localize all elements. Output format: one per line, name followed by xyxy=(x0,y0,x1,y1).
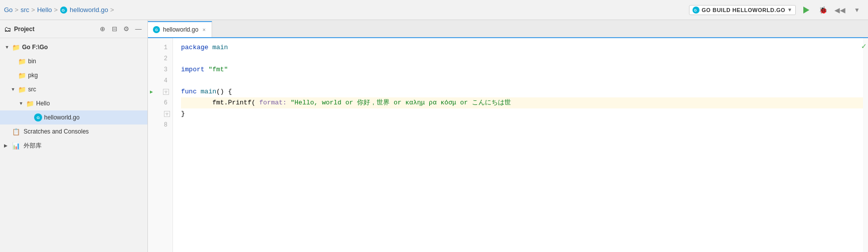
sidebar-folder-icon: 🗂 xyxy=(4,25,11,33)
code-line-6: fmt.Printf( format: "Hello, world or 你好，… xyxy=(181,97,863,108)
breadcrumb-sep4: > xyxy=(110,6,114,14)
pkg-label: pkg xyxy=(28,72,38,79)
editor-area: G helloworld.go × 1 2 3 4 5 ▽ 6 7 ▽ xyxy=(148,20,868,252)
line-num-1: 1 xyxy=(148,42,172,53)
sidebar-title: Project xyxy=(14,26,94,33)
more-button[interactable]: ▼ xyxy=(850,3,864,17)
line-numbers: 1 2 3 4 5 ▽ 6 7 ▽ 8 xyxy=(148,38,173,252)
scratches-label: Scratches and Consoles xyxy=(24,128,89,135)
sidebar-item-helloworld[interactable]: G helloworld.go xyxy=(0,110,147,124)
bin-label: bin xyxy=(28,58,36,65)
code-line-5: func main() { xyxy=(181,86,863,97)
breadcrumb-sep2: > xyxy=(31,6,35,14)
code-content[interactable]: package main import "fmt" func main() { … xyxy=(173,38,863,252)
breadcrumb-file-go-icon: G xyxy=(60,6,68,14)
src-label: src xyxy=(28,86,36,93)
line-num-3: 3 xyxy=(148,64,172,75)
fold-marker-7[interactable]: ▽ xyxy=(164,111,170,117)
sidebar-settings-icon[interactable]: ⚙ xyxy=(121,24,131,34)
external-libs-arrow: ▶ xyxy=(4,143,10,148)
debug-icon: 🐞 xyxy=(819,6,827,14)
go-root-folder-icon: 📁 xyxy=(12,44,20,51)
helloworld-label: helloworld.go xyxy=(44,114,80,121)
right-gutter: ✓ xyxy=(863,38,868,252)
line-num-7: 7 ▽ xyxy=(148,108,172,119)
profile-icon: ◀◀ xyxy=(834,6,845,14)
toolbar-right: G GO BUILD HELLOWORLD.GO ▼ 🐞 ◀◀ ▼ xyxy=(689,3,864,17)
breadcrumb-file[interactable]: helloworld.go xyxy=(70,6,108,14)
sidebar-item-pkg[interactable]: 📁 pkg xyxy=(0,68,147,82)
func-main: main xyxy=(201,86,216,97)
run-button[interactable] xyxy=(799,3,813,17)
breadcrumb-go[interactable]: Go xyxy=(4,6,13,14)
tab-label: helloworld.go xyxy=(163,26,199,33)
top-bar: Go > src > Hello > G helloworld.go > G G… xyxy=(0,0,868,20)
code-editor: 1 2 3 4 5 ▽ 6 7 ▽ 8 package main xyxy=(148,38,868,252)
scratches-icon: 📋 xyxy=(12,128,20,136)
src-arrow: ▼ xyxy=(10,87,16,92)
sidebar-item-bin[interactable]: 📁 bin xyxy=(0,54,147,68)
go-root-label: Go F:\Go xyxy=(22,44,48,51)
run-config-selector[interactable]: G GO BUILD HELLOWORLD.GO ▼ xyxy=(689,5,796,15)
pkg-folder-icon: 📁 xyxy=(18,72,26,79)
indent-spaces xyxy=(181,97,212,108)
external-libs-icon: 📊 xyxy=(12,142,20,150)
svg-marker-4 xyxy=(803,7,809,14)
gutter-checkmark: ✓ xyxy=(861,42,867,50)
keyword-package: package xyxy=(181,42,209,53)
code-line-4 xyxy=(181,75,863,86)
tab-close-button[interactable]: × xyxy=(202,26,207,33)
sidebar-item-go-root[interactable]: ▼ 📁 Go F:\Go xyxy=(0,40,147,54)
sidebar-item-scratches[interactable]: 📋 Scratches and Consoles xyxy=(0,124,147,139)
debug-button[interactable]: 🐞 xyxy=(816,3,830,17)
sidebar-item-src[interactable]: ▼ 📁 src xyxy=(0,82,147,96)
sidebar-add-icon[interactable]: ⊕ xyxy=(97,24,107,34)
closing-brace: } xyxy=(181,108,185,119)
line-num-8: 8 xyxy=(148,119,172,131)
main-area: 🗂 Project ⊕ ⊟ ⚙ — ▼ 📁 Go F:\Go 📁 bin xyxy=(0,20,868,252)
sidebar-item-external-libs[interactable]: ▶ 📊 外部库 xyxy=(0,139,147,153)
code-line-8 xyxy=(181,119,863,131)
run-config-dropdown-arrow[interactable]: ▼ xyxy=(787,7,792,13)
breadcrumb-src[interactable]: src xyxy=(21,6,29,14)
sidebar-item-hello[interactable]: ▼ 📁 Hello xyxy=(0,96,147,110)
svg-text:G: G xyxy=(62,8,65,13)
helloworld-go-icon: G xyxy=(34,113,42,121)
sidebar: 🗂 Project ⊕ ⊟ ⚙ — ▼ 📁 Go F:\Go 📁 bin xyxy=(0,20,148,252)
breadcrumb-sep3: > xyxy=(54,6,58,14)
sidebar-minimize-icon[interactable]: — xyxy=(133,24,143,34)
run-config-go-icon: G xyxy=(692,7,700,14)
src-folder-icon: 📁 xyxy=(18,86,26,93)
keyword-import: import xyxy=(181,64,205,75)
hello-folder-icon: 📁 xyxy=(26,100,34,107)
tab-go-icon: G xyxy=(153,26,160,33)
profile-button[interactable]: ◀◀ xyxy=(833,3,847,17)
line-num-2: 2 xyxy=(148,53,172,64)
string-hello: "Hello, world or 你好，世界 or καλημ ρα κόσμ … xyxy=(290,97,510,108)
fold-marker-5[interactable]: ▽ xyxy=(163,89,169,95)
run-config-label: GO BUILD HELLOWORLD.GO xyxy=(702,7,785,13)
breadcrumb-sep1: > xyxy=(15,6,19,14)
sidebar-layout-icon[interactable]: ⊟ xyxy=(109,24,119,34)
hello-arrow: ▼ xyxy=(18,101,24,106)
line-num-6: 6 xyxy=(148,97,172,108)
go-root-arrow: ▼ xyxy=(4,45,10,50)
ident-main: main xyxy=(212,42,228,53)
code-line-1: package main xyxy=(181,42,863,53)
breadcrumb: Go > src > Hello > G helloworld.go > xyxy=(4,6,114,14)
breadcrumb-hello[interactable]: Hello xyxy=(37,6,52,14)
tab-helloworld[interactable]: G helloworld.go × xyxy=(148,21,212,37)
sidebar-header: 🗂 Project ⊕ ⊟ ⚙ — xyxy=(0,20,147,38)
line-num-5[interactable]: 5 ▽ xyxy=(148,86,172,97)
tab-bar: G helloworld.go × xyxy=(148,20,868,38)
code-line-7: } xyxy=(181,108,863,119)
external-libs-label: 外部库 xyxy=(24,142,42,150)
code-line-3: import "fmt" xyxy=(181,64,863,75)
bin-folder-icon: 📁 xyxy=(18,58,26,65)
func-parens: () { xyxy=(216,86,232,97)
code-line-2 xyxy=(181,53,863,64)
line-num-4: 4 xyxy=(148,75,172,86)
sidebar-tree: ▼ 📁 Go F:\Go 📁 bin 📁 pkg ▼ 📁 src xyxy=(0,38,147,252)
hello-label: Hello xyxy=(36,100,50,107)
string-fmt: "fmt" xyxy=(209,64,228,75)
